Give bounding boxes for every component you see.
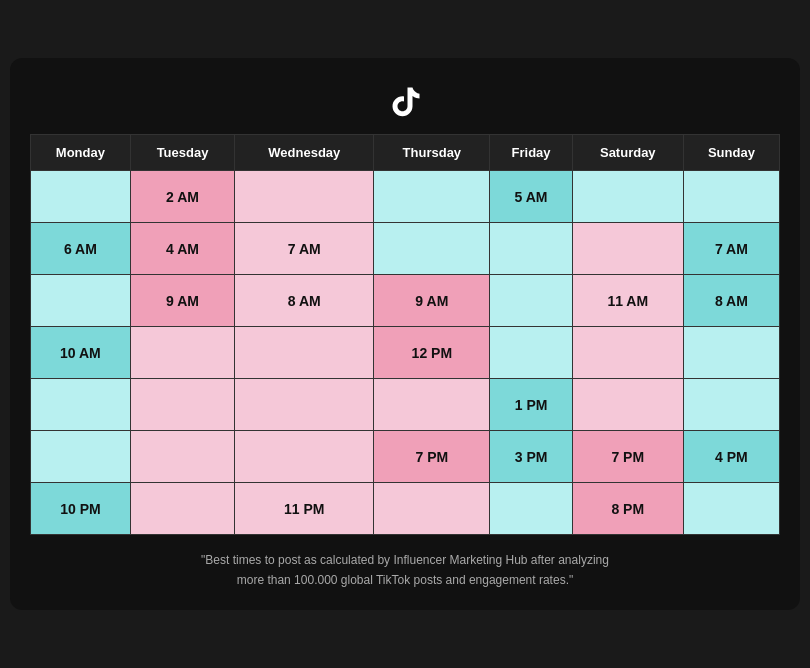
grid-cell-tuesday <box>130 379 234 431</box>
grid-cell-monday <box>31 275 131 327</box>
header <box>30 82 780 118</box>
grid-cell-friday <box>490 223 572 275</box>
grid-cell-sunday: 8 AM <box>683 275 779 327</box>
grid-cell-monday: 6 AM <box>31 223 131 275</box>
grid-cell-thursday: 9 AM <box>374 275 490 327</box>
grid-cell-wednesday <box>235 327 374 379</box>
grid-cell-saturday: 7 PM <box>572 431 683 483</box>
day-header-thursday: Thursday <box>374 135 490 171</box>
grid-cell-friday <box>490 327 572 379</box>
grid-cell-friday: 1 PM <box>490 379 572 431</box>
grid-row: 10 AM12 PM <box>31 327 780 379</box>
grid-cell-thursday <box>374 223 490 275</box>
grid-cell-friday: 5 AM <box>490 171 572 223</box>
grid-cell-friday <box>490 275 572 327</box>
grid-row: 6 AM4 AM7 AM7 AM <box>31 223 780 275</box>
grid-cell-friday <box>490 483 572 535</box>
footer-note: "Best times to post as calculated by Inf… <box>30 551 780 589</box>
grid-cell-wednesday: 8 AM <box>235 275 374 327</box>
grid-cell-tuesday: 4 AM <box>130 223 234 275</box>
grid-cell-sunday: 4 PM <box>683 431 779 483</box>
grid-row: 7 PM3 PM7 PM4 PM <box>31 431 780 483</box>
grid-cell-sunday <box>683 483 779 535</box>
grid-cell-tuesday <box>130 431 234 483</box>
grid-cell-monday <box>31 379 131 431</box>
main-card: MondayTuesdayWednesdayThursdayFridaySatu… <box>10 58 800 609</box>
grid-cell-wednesday: 11 PM <box>235 483 374 535</box>
grid-cell-monday: 10 PM <box>31 483 131 535</box>
grid-cell-thursday: 12 PM <box>374 327 490 379</box>
day-header-sunday: Sunday <box>683 135 779 171</box>
grid-row: 9 AM8 AM9 AM11 AM8 AM <box>31 275 780 327</box>
grid-cell-wednesday <box>235 171 374 223</box>
grid-cell-wednesday: 7 AM <box>235 223 374 275</box>
grid-cell-saturday <box>572 379 683 431</box>
grid-row: 2 AM5 AM <box>31 171 780 223</box>
grid-cell-sunday <box>683 379 779 431</box>
grid-cell-sunday <box>683 171 779 223</box>
grid-cell-sunday: 7 AM <box>683 223 779 275</box>
grid-row: 10 PM11 PM8 PM <box>31 483 780 535</box>
grid-cell-monday <box>31 171 131 223</box>
day-header-monday: Monday <box>31 135 131 171</box>
tiktok-logo <box>387 82 423 118</box>
grid-cell-thursday <box>374 379 490 431</box>
grid-cell-wednesday <box>235 379 374 431</box>
day-header-wednesday: Wednesday <box>235 135 374 171</box>
day-header-friday: Friday <box>490 135 572 171</box>
grid-cell-thursday <box>374 171 490 223</box>
grid-cell-tuesday <box>130 483 234 535</box>
schedule-grid: MondayTuesdayWednesdayThursdayFridaySatu… <box>30 134 780 535</box>
grid-cell-saturday <box>572 223 683 275</box>
grid-cell-tuesday <box>130 327 234 379</box>
grid-cell-saturday <box>572 171 683 223</box>
day-header-tuesday: Tuesday <box>130 135 234 171</box>
grid-cell-monday <box>31 431 131 483</box>
grid-cell-saturday: 11 AM <box>572 275 683 327</box>
day-header-saturday: Saturday <box>572 135 683 171</box>
grid-row: 1 PM <box>31 379 780 431</box>
grid-cell-thursday: 7 PM <box>374 431 490 483</box>
grid-cell-sunday <box>683 327 779 379</box>
grid-cell-monday: 10 AM <box>31 327 131 379</box>
grid-cell-wednesday <box>235 431 374 483</box>
grid-cell-thursday <box>374 483 490 535</box>
grid-cell-tuesday: 9 AM <box>130 275 234 327</box>
grid-cell-saturday: 8 PM <box>572 483 683 535</box>
grid-cell-saturday <box>572 327 683 379</box>
grid-cell-friday: 3 PM <box>490 431 572 483</box>
grid-cell-tuesday: 2 AM <box>130 171 234 223</box>
